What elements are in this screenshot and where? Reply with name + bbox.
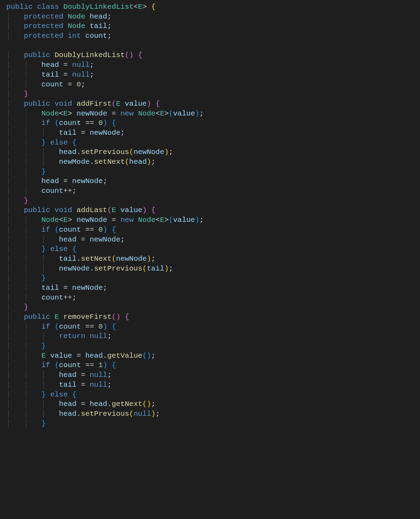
token-paren3: ) bbox=[103, 361, 107, 369]
token-punc: ; bbox=[107, 22, 112, 30]
token-kw: public bbox=[24, 100, 50, 108]
token-punc: . bbox=[90, 265, 94, 273]
token-brace2: } bbox=[24, 90, 28, 98]
token-type: E bbox=[41, 352, 46, 360]
token-var: value bbox=[173, 216, 195, 224]
token-paren3: ( bbox=[55, 119, 59, 127]
code-line: │ protected Node tail; bbox=[6, 22, 112, 30]
code-line: │ public void addFirst(E value) { bbox=[6, 100, 160, 108]
token-op: = bbox=[81, 381, 85, 389]
token-punc: . bbox=[77, 148, 81, 156]
code-line: │ │ │ tail = null; bbox=[6, 381, 112, 389]
token-op: < bbox=[59, 110, 63, 118]
token-paren: ( bbox=[125, 158, 130, 166]
token-field: count bbox=[59, 361, 81, 369]
token-fn: setNext bbox=[94, 158, 125, 166]
token-fn: addFirst bbox=[77, 100, 112, 108]
token-paren: ( bbox=[129, 148, 134, 156]
code-line: │ │ head = null; bbox=[6, 61, 94, 69]
token-field: head bbox=[59, 236, 76, 244]
token-type: Node bbox=[68, 13, 85, 21]
token-op: > bbox=[68, 110, 72, 118]
token-paren3: ) bbox=[103, 119, 107, 127]
token-punc: ; bbox=[107, 371, 112, 379]
token-paren: ) bbox=[164, 265, 169, 273]
token-paren: ) bbox=[147, 400, 151, 408]
token-var: newNode bbox=[77, 216, 107, 224]
token-paren: ( bbox=[142, 400, 147, 408]
token-brace3: { bbox=[112, 361, 116, 369]
code-line: │ protected int count; bbox=[6, 32, 112, 40]
token-op: == bbox=[85, 361, 94, 369]
token-paren2: ( bbox=[107, 206, 112, 214]
code-editor[interactable]: public class DoublyLinkedList<E> { │ pro… bbox=[0, 0, 420, 428]
token-type: Node bbox=[138, 216, 155, 224]
token-kw: new bbox=[120, 216, 134, 224]
code-line: │ │ } bbox=[6, 168, 46, 176]
token-type: E bbox=[55, 313, 59, 321]
token-fn: DoublyLinkedList bbox=[55, 51, 125, 59]
token-paren: ( bbox=[112, 255, 116, 263]
token-kw: null bbox=[90, 371, 107, 379]
token-kw: public bbox=[24, 206, 50, 214]
token-punc: ; bbox=[72, 294, 77, 302]
token-paren2: ) bbox=[147, 100, 151, 108]
code-line: │ │ tail = null; bbox=[6, 71, 94, 79]
code-line: │ │ │ head = null; bbox=[6, 371, 112, 379]
token-kw: new bbox=[120, 110, 134, 118]
token-kw: if bbox=[41, 361, 50, 369]
token-op: = bbox=[81, 371, 85, 379]
token-op: ++ bbox=[63, 187, 72, 195]
token-field: tail bbox=[41, 71, 59, 79]
code-line: │ │ count++; bbox=[6, 294, 77, 302]
token-punc: ; bbox=[72, 187, 77, 195]
token-field: head bbox=[41, 177, 59, 185]
token-paren3: ( bbox=[142, 352, 147, 360]
code-line: │ │ │ tail = newNode; bbox=[6, 129, 125, 137]
token-field: tail bbox=[59, 129, 76, 137]
token-kw: protected bbox=[24, 22, 63, 30]
token-op: == bbox=[85, 119, 94, 127]
token-fn: setPrevious bbox=[81, 148, 129, 156]
token-kw: public bbox=[24, 313, 50, 321]
token-field: head bbox=[41, 61, 59, 69]
token-punc: ; bbox=[107, 332, 112, 340]
token-punc: ; bbox=[90, 71, 94, 79]
token-kw: else bbox=[50, 245, 68, 253]
token-kw: return bbox=[59, 332, 85, 340]
token-field: count bbox=[59, 119, 81, 127]
token-kw: void bbox=[55, 206, 72, 214]
token-var: value bbox=[125, 100, 147, 108]
token-punc: ; bbox=[200, 110, 204, 118]
code-line: │ │ } else { bbox=[6, 391, 77, 399]
token-punc: ; bbox=[81, 80, 85, 89]
token-type: Node bbox=[41, 216, 59, 224]
token-brace3: } bbox=[41, 420, 46, 428]
token-var: newNode bbox=[59, 265, 90, 273]
token-op: = bbox=[112, 216, 116, 224]
token-field: tail bbox=[90, 22, 107, 30]
token-kw: else bbox=[50, 139, 68, 147]
token-punc: . bbox=[107, 400, 112, 408]
token-num: 0 bbox=[98, 323, 103, 331]
token-op: = bbox=[112, 110, 116, 118]
token-type: Node bbox=[41, 110, 59, 118]
token-op: == bbox=[85, 226, 94, 234]
token-type: Node bbox=[68, 22, 85, 30]
token-brace: { bbox=[151, 3, 156, 11]
code-line: │ │ } else { bbox=[6, 139, 77, 147]
token-field: head bbox=[59, 400, 76, 408]
code-line: │ │ } bbox=[6, 274, 46, 282]
token-paren: ( bbox=[129, 410, 134, 418]
token-type: E bbox=[63, 110, 68, 118]
code-line: │ public DoublyLinkedList() { bbox=[6, 51, 142, 59]
token-field: head bbox=[59, 371, 76, 379]
token-field: count bbox=[85, 32, 107, 40]
token-var: newNode bbox=[90, 129, 120, 137]
token-paren: ) bbox=[147, 158, 151, 166]
code-line: │ │ } bbox=[6, 342, 46, 350]
code-line: │ │ │ head = head.getNext(); bbox=[6, 400, 155, 408]
token-kw: null bbox=[90, 332, 107, 340]
token-brace3: { bbox=[112, 119, 116, 127]
token-fn: setPrevious bbox=[94, 265, 142, 273]
